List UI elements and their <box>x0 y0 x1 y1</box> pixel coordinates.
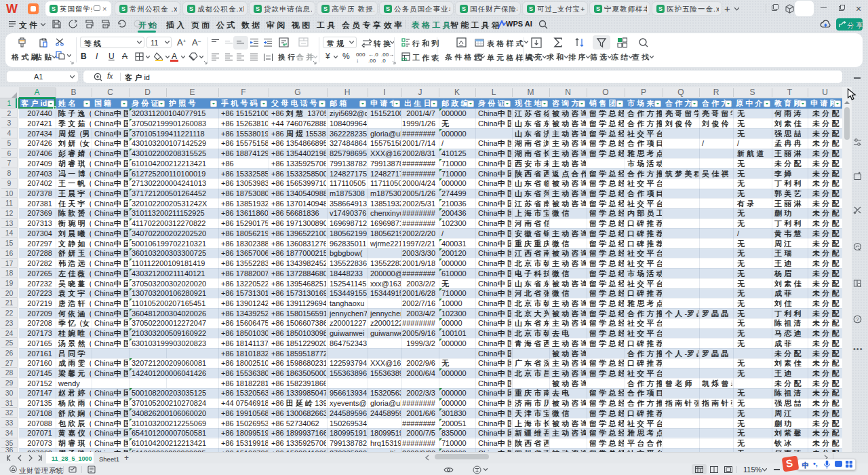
svg-text:?: ? <box>856 316 859 322</box>
